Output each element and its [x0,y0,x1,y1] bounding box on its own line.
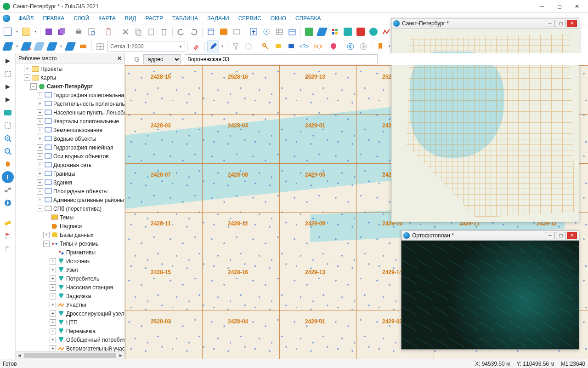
bookmark-button[interactable] [374,40,386,52]
trace-button[interactable]: <?> [298,40,310,52]
save-button[interactable] [43,26,55,38]
pump-button[interactable] [368,26,379,38]
undo-button[interactable] [175,26,187,38]
window-close-button[interactable]: ✕ [569,1,585,12]
menu-задачи[interactable]: ЗАДАЧИ [203,14,233,23]
menu-правка[interactable]: ПРАВКА [38,14,69,23]
menu-карта[interactable]: КАРТА [94,14,120,23]
save-all-button[interactable] [56,26,68,38]
raster-button[interactable] [329,26,341,38]
tree-node[interactable]: +Задвижка [17,292,124,300]
tree-node[interactable]: +Дорожная сеть [17,161,124,169]
workspace-hscroll[interactable]: ◄► [16,351,124,359]
task-button[interactable] [218,26,230,38]
network-button[interactable] [342,26,354,38]
workspace-close-button[interactable]: ✕ [117,55,122,62]
tree-node[interactable]: −Типы и режимы [17,239,124,248]
ortho-minimize-button[interactable]: ─ [545,232,555,239]
search-field-select[interactable]: адрес [143,54,181,64]
layer-style-button[interactable] [77,40,89,52]
tree-node[interactable]: +ЦТП [17,318,124,327]
tree-node[interactable]: +Узел [17,265,124,274]
tree-node[interactable]: +Перемычка [17,327,124,335]
tree-node[interactable]: +Потребитель [17,274,124,283]
new-file-button[interactable] [2,26,14,38]
calendar-button[interactable] [286,26,298,38]
zoom-in-tool[interactable] [2,132,14,144]
overview-window[interactable]: Санкт-Петербург * ─ ◻ ✕ [391,18,579,222]
copy-button[interactable] [132,26,144,38]
tree-node[interactable]: +Проекты [17,64,124,73]
info-tool[interactable]: i [2,171,14,183]
tree-node[interactable]: +Насосная станция [17,283,124,292]
tree-node[interactable]: +Вспомогательный участок [17,344,124,351]
tree-node[interactable]: −Санкт-Петербург [17,82,124,91]
menu-растр[interactable]: РАСТР [141,14,168,23]
overview-maximize-button[interactable]: ◻ [556,20,566,27]
menu-сервис[interactable]: СЕРВИС [234,14,266,23]
connect-tool[interactable] [2,184,14,196]
redo-button[interactable] [188,26,200,38]
tree-node[interactable]: Надписи [17,222,124,230]
delete-layer-button[interactable]: × [20,40,32,52]
print-preview-button[interactable] [85,26,97,38]
ortho-maximize-button[interactable]: ◻ [556,232,566,239]
tree-node[interactable]: +Кварталы полигональные [17,117,124,126]
pan-tool[interactable] [2,158,14,170]
erase-edit-button[interactable] [190,40,202,52]
sql-button[interactable]: SQL [311,40,327,52]
forward-button[interactable] [357,40,369,52]
target-button[interactable] [260,26,272,38]
tree-node[interactable]: +Гидрография полигональная [17,91,124,99]
extent-tool[interactable] [2,120,14,132]
tree-node[interactable]: +Гидрография линейная [17,143,124,152]
flag-tool[interactable] [2,230,14,242]
new-layer-button[interactable]: + [2,40,14,52]
key-button[interactable] [260,40,271,52]
tree-node[interactable]: +Обобщенный потребитель [17,335,124,344]
location-pin-button[interactable] [328,40,339,52]
ortho-map[interactable] [401,241,579,349]
tree-node[interactable]: +Базы данных [17,230,124,239]
organizer-button[interactable] [231,26,243,38]
select-rect-tool[interactable] [2,68,14,80]
window-minimize-button[interactable]: ─ [534,1,550,12]
database-button[interactable] [272,40,284,52]
tree-node[interactable]: +Водные объекты [17,134,124,143]
tree-node[interactable]: +Участки [17,300,124,309]
tree-node[interactable]: −СПб (перспектива) [17,204,124,213]
properties-button[interactable] [205,26,217,38]
overview-close-button[interactable]: ✕ [567,20,577,27]
tree-node[interactable]: Примитивы [17,248,124,257]
tree-node[interactable]: +Землепользование [17,126,124,134]
ruler-tool[interactable] [2,217,14,229]
paste-button[interactable] [145,26,157,38]
tree-node[interactable]: +Оси водных объектов [17,152,124,161]
tree-node[interactable]: Темы [17,213,124,222]
window-maximize-button[interactable]: ◻ [551,1,568,12]
layer-toggle-button[interactable] [33,40,45,52]
edit-pencil-button[interactable] [207,40,219,52]
open-file-button[interactable] [20,26,32,38]
tree-node[interactable]: +Административные районы [17,196,124,204]
compass-tool[interactable] [2,197,14,209]
print-button[interactable] [73,26,85,38]
tree-node[interactable]: +Границы [17,169,124,178]
layer-up-button[interactable] [46,40,58,52]
menu-таблица[interactable]: ТАБЛИЦА [168,14,203,23]
select-minus-tool[interactable] [2,94,14,106]
zoom-out-tool[interactable] [2,145,14,157]
select-filter-button[interactable] [243,40,254,52]
pin-flag-tool[interactable] [2,243,14,255]
clipboard-button[interactable] [102,26,114,38]
menu-слой[interactable]: СЛОЙ [69,14,94,23]
tree-node[interactable]: +Населенные пункты Лен.обл [17,108,124,117]
ortho-window[interactable]: Ортофотоплан * ─ ◻ ✕ [401,230,579,350]
tree-node[interactable]: +Здания [17,178,124,187]
label-manager-button[interactable] [316,26,328,38]
back-button[interactable] [345,40,356,52]
table-button[interactable] [273,26,285,38]
layer-props-button[interactable] [64,40,76,52]
menu-файл[interactable]: ФАЙЛ [14,14,38,23]
edit-region-tool[interactable] [2,107,14,119]
